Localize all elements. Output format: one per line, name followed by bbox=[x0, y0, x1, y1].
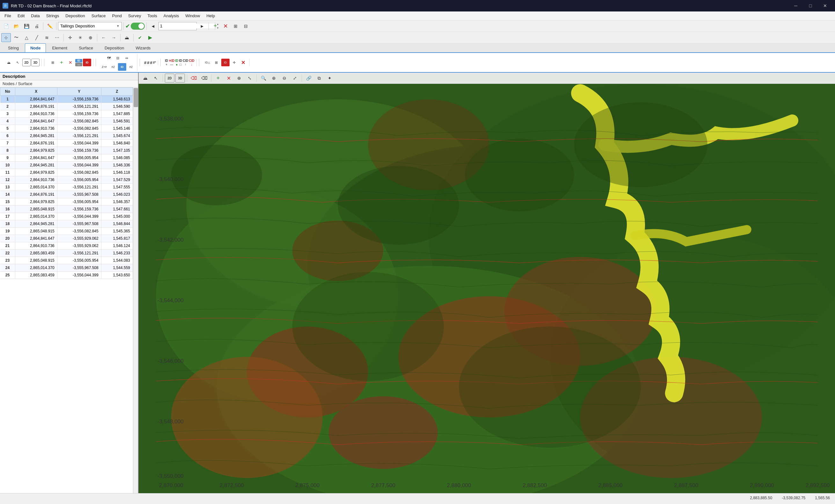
table-row[interactable]: 22 2,865,083.459 -3,556,121.291 1,546.23… bbox=[0, 249, 133, 257]
rib-id-hash-icon[interactable]: #Z bbox=[127, 63, 135, 71]
table-row[interactable]: 20 2,864,841.647 -3,555,929.062 1,545.81… bbox=[0, 235, 133, 242]
table-row[interactable]: 5 2,864,910.736 -3,556,082.845 1,545.146 bbox=[0, 125, 133, 132]
rib-id-dash-icon[interactable]: — bbox=[75, 63, 82, 66]
map-pick-btn[interactable]: ⤡ bbox=[245, 74, 254, 83]
table-row[interactable]: 3 2,864,910.736 -3,556,159.736 1,547.885 bbox=[0, 110, 133, 118]
map-magnet-btn[interactable]: ⊕ bbox=[235, 74, 244, 83]
save-button[interactable]: 💾 bbox=[22, 22, 31, 31]
cid-btn-5[interactable]: CID ↑ bbox=[183, 59, 188, 66]
ribbon-3d-icon[interactable]: 3D bbox=[31, 59, 40, 66]
new-button[interactable]: 📄 bbox=[1, 22, 11, 31]
table-row[interactable]: 14 2,864,876.191 -3,555,967.508 1,546.02… bbox=[0, 191, 133, 198]
menu-tools[interactable]: Tools bbox=[144, 12, 160, 19]
close-button[interactable]: ✕ bbox=[818, 0, 832, 12]
tailings-dropdown[interactable]: Tailings Deposition ▼ bbox=[58, 22, 122, 30]
mountain-tool[interactable]: ⛰ bbox=[122, 33, 132, 42]
menu-window[interactable]: Window bbox=[182, 12, 203, 19]
table-row[interactable]: 19 2,865,048.915 -3,556,082.845 1,545.36… bbox=[0, 228, 133, 235]
tab-element[interactable]: Element bbox=[46, 43, 73, 52]
minimize-button[interactable]: ─ bbox=[789, 0, 803, 12]
cid-btn-1[interactable]: ID + bbox=[165, 59, 168, 66]
cid-btn-3[interactable]: ID ● bbox=[175, 59, 178, 66]
rib-grid2-icon[interactable]: ⊟ bbox=[114, 54, 122, 62]
table-row[interactable]: 23 2,865,048.915 -3,556,005.954 1,544.08… bbox=[0, 257, 133, 264]
menu-file[interactable]: File bbox=[1, 12, 14, 19]
print-button[interactable]: 🖨 bbox=[32, 22, 41, 31]
hash-sup[interactable]: #° bbox=[153, 61, 156, 64]
rib-z-up-icon[interactable]: Z+# bbox=[100, 63, 108, 71]
tab-string[interactable]: String bbox=[3, 43, 24, 52]
contour-tool[interactable]: ≋ bbox=[42, 33, 52, 42]
table-row[interactable]: 9 2,864,841.647 -3,556,005.954 1,546.085 bbox=[0, 154, 133, 162]
slope-tool[interactable]: ╱ bbox=[32, 33, 41, 42]
tab-deposition[interactable]: Deposition bbox=[99, 43, 129, 52]
arrow-right-tool[interactable]: → bbox=[109, 33, 119, 42]
menu-data[interactable]: Data bbox=[28, 12, 43, 19]
data-table[interactable]: No X Y Z 1 2,864,841.647 -3,556,159.736 … bbox=[0, 87, 133, 493]
table-row[interactable]: 2 2,864,876.191 -3,556,121.291 1,546.590 bbox=[0, 103, 133, 110]
table-row[interactable]: 10 2,864,945.281 -3,556,044.399 1,546.33… bbox=[0, 162, 133, 169]
rib-id-tri-icon[interactable]: ID△ bbox=[203, 59, 212, 66]
arrow-left-tool[interactable]: ← bbox=[99, 33, 108, 42]
table-row[interactable]: 15 2,864,979.825 -3,556,005.954 1,546.35… bbox=[0, 198, 133, 206]
table-row[interactable]: 11 2,864,979.825 -3,556,082.845 1,546.11… bbox=[0, 169, 133, 176]
open-button[interactable]: 📂 bbox=[12, 22, 21, 31]
cid-btn-6[interactable]: CID ↓ bbox=[189, 59, 195, 66]
table-row[interactable]: 8 2,864,979.825 -3,556,159.736 1,547.105 bbox=[0, 147, 133, 154]
map-link-btn[interactable]: 🔗 bbox=[304, 74, 313, 83]
grid-btn[interactable]: ⊞ bbox=[231, 22, 240, 31]
cross-tool[interactable]: ✛ bbox=[65, 33, 75, 42]
map-zoom-glass-btn[interactable]: 🔍 bbox=[259, 74, 268, 83]
map-pointer-btn[interactable]: ↖ bbox=[151, 74, 161, 83]
ribbon-pointer-icon[interactable]: ↖ bbox=[14, 59, 22, 66]
map-terrain-btn[interactable]: ⛰ bbox=[141, 74, 150, 83]
scrollbar-track[interactable] bbox=[133, 87, 138, 493]
cid-btn-2[interactable]: ✕ID — bbox=[169, 59, 175, 66]
tab-wizards[interactable]: Wizards bbox=[130, 43, 156, 52]
table-row[interactable]: 6 2,864,945.281 -3,556,121.291 1,545.674 bbox=[0, 132, 133, 140]
table-row[interactable]: 18 2,864,945.281 -3,555,967.508 1,546.84… bbox=[0, 220, 133, 228]
menu-deposition[interactable]: Deposition bbox=[62, 12, 88, 19]
del-node-btn[interactable]: ✕ bbox=[221, 22, 230, 31]
map-remove-btn[interactable]: ✕ bbox=[224, 74, 233, 83]
map-erase-btn[interactable]: ⌫ bbox=[200, 74, 209, 83]
check-green[interactable]: ✔ bbox=[135, 33, 145, 42]
menu-survey[interactable]: Survey bbox=[125, 12, 144, 19]
map-zoom-out-btn[interactable]: ⊖ bbox=[280, 74, 289, 83]
table-row[interactable]: 17 2,865,014.370 -3,556,044.399 1,545.00… bbox=[0, 213, 133, 220]
toggle-switch[interactable] bbox=[131, 23, 145, 29]
table-row[interactable]: 7 2,864,876.191 -3,556,044.399 1,546.840 bbox=[0, 140, 133, 147]
nav-back[interactable]: ◄ bbox=[148, 22, 158, 31]
ribbon-mountain-icon[interactable]: ⛰ bbox=[4, 59, 13, 66]
rib-id-z-icon[interactable]: ID bbox=[118, 63, 126, 71]
map-zoom-in-btn[interactable]: ⊕ bbox=[269, 74, 279, 83]
table-row[interactable]: 24 2,865,014.370 -3,555,967.508 1,544.55… bbox=[0, 264, 133, 271]
ribbon-2d-icon[interactable]: 2D bbox=[22, 59, 30, 66]
hcross-tool[interactable]: ⊕ bbox=[86, 33, 95, 42]
map-erase-red-btn[interactable]: ⌫ bbox=[189, 74, 199, 83]
nav-forward[interactable]: ► bbox=[197, 22, 207, 31]
table-row[interactable]: 25 2,865,083.459 -3,556,044.399 1,543.65… bbox=[0, 271, 133, 279]
add-node-btn[interactable]: + bbox=[210, 22, 220, 31]
menu-analysis[interactable]: Analysis bbox=[160, 12, 182, 19]
run-green[interactable]: ▶ bbox=[145, 33, 155, 42]
menu-surface[interactable]: Surface bbox=[88, 12, 109, 19]
map-svg[interactable]: 2,870,000 2,872,500 2,875,000 2,877,500 … bbox=[139, 84, 835, 493]
rib-id-box-icon[interactable]: ⊞ bbox=[212, 59, 221, 66]
map-3d-btn[interactable]: 3D bbox=[175, 74, 185, 83]
rib-id-blue-icon[interactable]: ID bbox=[75, 59, 82, 62]
menu-help[interactable]: Help bbox=[203, 12, 218, 19]
table-row[interactable]: 21 2,864,910.736 -3,555,929.062 1,546.12… bbox=[0, 242, 133, 249]
rib-addnode-icon[interactable]: + bbox=[57, 59, 66, 66]
rib-delnode-red-icon[interactable]: ✕ bbox=[66, 59, 75, 66]
map-compass-btn[interactable]: ✦ bbox=[325, 74, 334, 83]
hash-1[interactable]: # bbox=[144, 60, 146, 65]
menu-pond[interactable]: Pond bbox=[109, 12, 125, 19]
map-layers-btn[interactable]: ⧉ bbox=[314, 74, 324, 83]
rib-id-red-x-icon[interactable]: ID bbox=[83, 59, 91, 66]
table-row[interactable]: 12 2,864,910.736 -3,556,005.954 1,547.52… bbox=[0, 176, 133, 184]
rib-z-hash-icon[interactable]: #Z bbox=[109, 63, 117, 71]
hash-2[interactable]: # bbox=[147, 60, 149, 65]
confirm-icon[interactable]: ✔ bbox=[125, 23, 130, 29]
triangle-tool[interactable]: △ bbox=[22, 33, 31, 42]
